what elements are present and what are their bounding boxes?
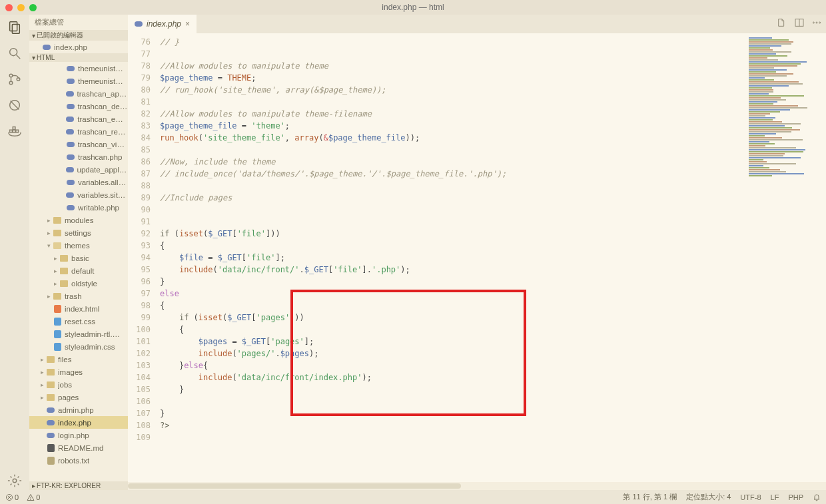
chevron-down-icon: ▾ bbox=[45, 242, 52, 249]
tree-item-label: README.md bbox=[58, 444, 103, 452]
window-controls bbox=[5, 4, 37, 11]
tree-item-label: themeunist… bbox=[78, 77, 123, 85]
folder-jobs[interactable]: ▸jobs bbox=[29, 378, 128, 391]
workspace-section[interactable]: ▾ HTML bbox=[29, 53, 128, 62]
status-warnings[interactable]: 0 bbox=[27, 493, 40, 501]
tree-item-label: admin.php bbox=[58, 406, 94, 414]
code-content[interactable]: // } //Allow modules to manipulate theme… bbox=[160, 33, 746, 482]
status-language[interactable]: PHP bbox=[788, 493, 803, 501]
folder-default[interactable]: ▸default bbox=[29, 264, 128, 277]
file-robots.txt[interactable]: robots.txt bbox=[29, 454, 128, 467]
chevron-right-icon: ▸ bbox=[39, 381, 45, 388]
php-icon bbox=[65, 102, 76, 111]
tree-item-label: styleadmin.css bbox=[65, 343, 115, 351]
css-icon bbox=[52, 330, 63, 339]
tree-item-label: oldstyle bbox=[71, 280, 97, 288]
file-trashcan_del…[interactable]: trashcan_del… bbox=[29, 100, 128, 113]
svg-point-16 bbox=[813, 22, 814, 23]
html-icon bbox=[52, 304, 63, 314]
status-eol[interactable]: LF bbox=[771, 493, 779, 501]
folder-themes[interactable]: ▾themes bbox=[29, 239, 128, 252]
file-trashcan_em…[interactable]: trashcan_em… bbox=[29, 113, 128, 125]
file-trashcan_vie…[interactable]: trashcan_vie… bbox=[29, 138, 128, 150]
horizontal-scrollbar[interactable] bbox=[128, 482, 826, 490]
open-editor-item[interactable]: index.php bbox=[29, 41, 128, 53]
scrollbar-thumb[interactable] bbox=[128, 483, 461, 489]
svg-line-3 bbox=[17, 55, 21, 59]
tab-index-php[interactable]: index.php × bbox=[128, 15, 197, 33]
file-trashcan_res…[interactable]: trashcan_res… bbox=[29, 125, 128, 138]
file-index.html[interactable]: index.html bbox=[29, 302, 128, 315]
docker-activity-icon[interactable] bbox=[7, 124, 22, 140]
folder-oldstyle[interactable]: ▸oldstyle bbox=[29, 277, 128, 290]
sidebar-title: 檔案總管 bbox=[29, 15, 128, 30]
file-index.php[interactable]: index.php bbox=[29, 416, 128, 429]
tree-item-label: settings bbox=[65, 229, 91, 237]
file-styleadmin.css[interactable]: styleadmin.css bbox=[29, 340, 128, 353]
folder-icon bbox=[59, 254, 69, 263]
maximize-window-button[interactable] bbox=[29, 4, 37, 11]
file-themeunist…[interactable]: themeunist… bbox=[29, 62, 128, 75]
file-themeunist…[interactable]: themeunist… bbox=[29, 75, 128, 87]
svg-point-23 bbox=[31, 499, 31, 499]
svg-rect-10 bbox=[13, 130, 15, 132]
settings-gear-icon[interactable] bbox=[7, 473, 22, 490]
file-variables.all.…[interactable]: variables.all.… bbox=[29, 176, 128, 188]
folder-basic[interactable]: ▸basic bbox=[29, 252, 128, 264]
file-admin.php[interactable]: admin.php bbox=[29, 403, 128, 416]
php-icon bbox=[65, 178, 76, 187]
folder-files[interactable]: ▸files bbox=[29, 353, 128, 366]
status-indentation[interactable]: 定位點大小: 4 bbox=[686, 492, 731, 502]
css-icon bbox=[52, 317, 63, 326]
folder-icon bbox=[52, 228, 63, 238]
file-README.md[interactable]: README.md bbox=[29, 441, 128, 454]
folder-images[interactable]: ▸images bbox=[29, 366, 128, 378]
file-trashcan.php[interactable]: trashcan.php bbox=[29, 150, 128, 163]
file-variables.site…[interactable]: variables.site… bbox=[29, 188, 128, 201]
svg-point-13 bbox=[13, 479, 17, 483]
file-reset.css[interactable]: reset.css bbox=[29, 315, 128, 328]
source-control-activity-icon[interactable] bbox=[7, 72, 22, 89]
folder-modules[interactable]: ▸modules bbox=[29, 214, 128, 226]
tree-item-label: images bbox=[58, 368, 83, 376]
status-cursor-position[interactable]: 第 11 行, 第 1 欄 bbox=[623, 492, 677, 502]
file-login.php[interactable]: login.php bbox=[29, 429, 128, 441]
folder-trash[interactable]: ▸trash bbox=[29, 290, 128, 302]
file-update_apple…[interactable]: update_apple… bbox=[29, 163, 128, 176]
tree-item-label: variables.all.… bbox=[78, 178, 128, 186]
status-encoding[interactable]: UTF-8 bbox=[740, 493, 761, 501]
file-styleadmin-rtl.…[interactable]: styleadmin-rtl.… bbox=[29, 328, 128, 340]
svg-point-2 bbox=[10, 49, 17, 56]
minimize-window-button[interactable] bbox=[17, 4, 25, 11]
tab-label: index.php bbox=[147, 19, 181, 29]
compare-changes-icon[interactable] bbox=[777, 17, 787, 30]
folder-settings[interactable]: ▸settings bbox=[29, 226, 128, 239]
ftp-explorer-section[interactable]: ▸ FTP-KR: EXPLORER bbox=[29, 481, 128, 490]
php-icon bbox=[65, 190, 75, 200]
split-editor-icon[interactable] bbox=[794, 17, 805, 30]
tree-item-label: jobs bbox=[58, 381, 72, 389]
folder-pages[interactable]: ▸pages bbox=[29, 391, 128, 403]
explorer-activity-icon[interactable] bbox=[7, 20, 22, 37]
php-icon bbox=[45, 405, 56, 415]
search-activity-icon[interactable] bbox=[7, 46, 22, 63]
php-icon bbox=[65, 127, 76, 136]
php-icon bbox=[65, 89, 75, 99]
notifications-bell-icon[interactable] bbox=[813, 493, 821, 501]
open-editors-section[interactable]: ▾ 已開啟的編輯器 bbox=[29, 30, 128, 41]
status-errors[interactable]: 0 bbox=[5, 493, 19, 501]
tree-item-label: trashcan.php bbox=[78, 153, 123, 161]
code-editor[interactable]: 7677787980818283848586878889909192939495… bbox=[128, 33, 826, 482]
debug-activity-icon[interactable] bbox=[7, 98, 22, 115]
close-window-button[interactable] bbox=[5, 4, 13, 11]
minimap[interactable] bbox=[746, 33, 826, 482]
file-writable.php[interactable]: writable.php bbox=[29, 201, 128, 214]
window-title: index.php — html bbox=[382, 3, 444, 12]
more-actions-icon[interactable] bbox=[811, 17, 822, 30]
tree-item-label: trash bbox=[65, 292, 82, 300]
svg-point-18 bbox=[819, 22, 821, 23]
sidebar: 檔案總管 ▾ 已開啟的編輯器 index.php ▾ HTML themeuni… bbox=[29, 15, 128, 490]
file-trashcan_app…[interactable]: trashcan_app… bbox=[29, 87, 128, 100]
tree-item-label: robots.txt bbox=[58, 457, 89, 465]
close-tab-icon[interactable]: × bbox=[185, 19, 190, 29]
